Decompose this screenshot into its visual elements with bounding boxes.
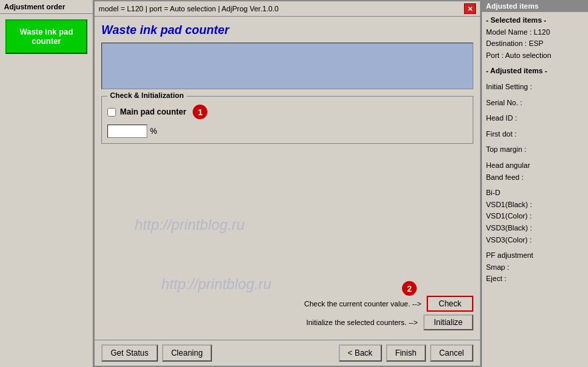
percent-input[interactable] — [107, 125, 147, 138]
right-panel-item: Serial No. : — [486, 97, 584, 109]
title-bar: model = L120 | port = Auto selection | A… — [95, 1, 480, 17]
cancel-button[interactable]: Cancel — [430, 344, 473, 362]
right-panel-item: Bi-D — [486, 187, 584, 199]
badge-1: 1 — [193, 105, 207, 119]
close-button[interactable]: ✕ — [464, 3, 476, 14]
initialize-button[interactable]: Initialize — [423, 314, 473, 330]
page-title: Waste ink pad counter — [101, 23, 473, 37]
init-action-row: Initialize the selected counters. --> In… — [101, 314, 473, 330]
right-panel-item: - Selected items - — [486, 15, 584, 27]
check-button[interactable]: Check — [427, 296, 473, 312]
finish-button[interactable]: Finish — [386, 344, 426, 362]
check-action-text: Check the current counter value. --> — [304, 300, 421, 308]
bottom-bar: Get Status Cleaning < Back Finish Cancel — [95, 340, 480, 366]
percent-row: % — [107, 125, 467, 138]
left-panel-title: Adjustment order — [0, 0, 93, 14]
right-panel-item: Eject : — [486, 273, 584, 285]
right-panel-title: Adjusted items — [482, 0, 588, 12]
main-pad-counter-checkbox[interactable] — [107, 108, 116, 117]
right-panel-item: VSD3(Color) : — [486, 234, 584, 246]
get-status-button[interactable]: Get Status — [101, 344, 158, 362]
right-panel-item: - Adjusted items - — [486, 65, 584, 77]
percent-label: % — [150, 127, 157, 136]
right-panel-item: Band feed : — [486, 172, 584, 184]
left-panel: Adjustment order Waste ink pad counter — [0, 0, 93, 367]
right-panel-item: First dot : — [486, 129, 584, 141]
check-action-row: Check the current counter value. --> Che… — [101, 296, 473, 312]
title-bar-text: model = L120 | port = Auto selection | A… — [99, 5, 279, 13]
right-panel-item: VSD3(Black) : — [486, 222, 584, 234]
right-panel-item: Destination : ESP — [486, 38, 584, 50]
check-init-legend: Check & Initialization — [107, 91, 187, 99]
back-button[interactable]: < Back — [339, 344, 382, 362]
main-pad-counter-row: Main pad counter 1 — [107, 105, 467, 119]
right-panel-content[interactable]: - Selected items -Model Name : L120Desti… — [482, 12, 588, 367]
right-panel: Adjusted items - Selected items -Model N… — [481, 0, 588, 367]
right-panel-item: VSD1(Black) : — [486, 199, 584, 211]
right-panel-item: Model Name : L120 — [486, 27, 584, 39]
waste-ink-pad-button[interactable]: Waste ink pad counter — [5, 19, 87, 54]
check-init-group: Check & Initialization Main pad counter … — [101, 96, 473, 144]
right-panel-item: Head angular — [486, 160, 584, 172]
right-panel-item: Smap : — [486, 262, 584, 274]
content-area: http://printblog.ru http://printblog.ru … — [95, 17, 480, 340]
log-text-area — [101, 43, 473, 89]
cleaning-button[interactable]: Cleaning — [162, 344, 212, 362]
right-panel-item: Port : Auto selection — [486, 50, 584, 62]
right-panel-item: Head ID : — [486, 113, 584, 125]
init-action-text: Initialize the selected counters. --> — [306, 318, 417, 326]
main-pad-counter-label: Main pad counter — [120, 107, 186, 117]
action-area: 2 Check the current counter value. --> C… — [101, 296, 473, 333]
right-panel-item: VSD1(Color) : — [486, 210, 584, 222]
right-panel-item: Initial Setting : — [486, 81, 584, 93]
right-panel-item: PF adjustment — [486, 250, 584, 262]
right-panel-item: Top margin : — [486, 144, 584, 156]
main-window: model = L120 | port = Auto selection | A… — [93, 0, 481, 367]
